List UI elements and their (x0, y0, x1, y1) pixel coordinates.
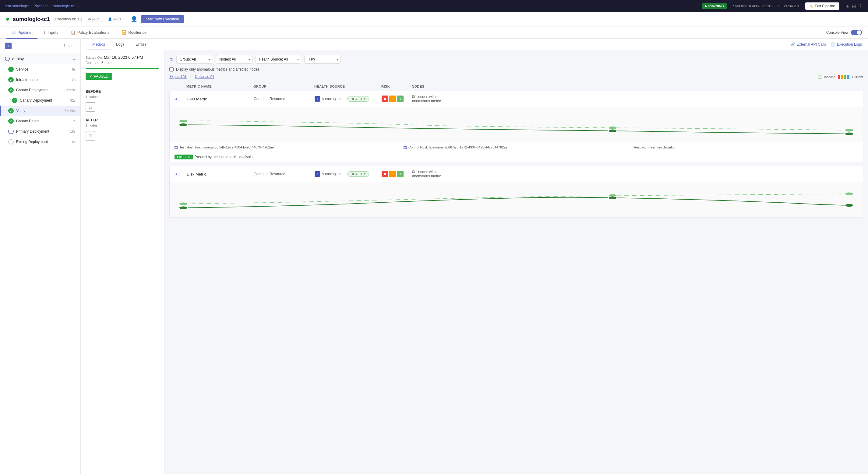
svg-point-1 (179, 123, 188, 126)
execution-logs-link[interactable]: 📄 Execution Logs (831, 42, 862, 46)
main-layout: + 1 stage deploy ▲ ✓ Service 8s ✓ Infras… (0, 39, 868, 474)
edit-pipeline-button[interactable]: Edit Pipeline (805, 2, 839, 10)
legend-green (844, 75, 846, 79)
sub-tab-errors[interactable]: Errors (130, 39, 152, 50)
step-icon-canary-deploy2: ✓ (12, 98, 18, 103)
duration-value: Duration: 5 mins (86, 61, 159, 65)
svg-point-3 (608, 129, 617, 132)
min-deviation-entry: (Host with minimum deviation) (632, 145, 858, 149)
console-toggle-switch[interactable] (851, 30, 862, 35)
stage-name-deploy: deploy (5, 56, 24, 61)
group-select[interactable]: Group: All (176, 55, 213, 64)
legend-baseline: Baseline (818, 75, 835, 79)
sub-tab-logs[interactable]: Logs (111, 39, 130, 50)
tab-inputs[interactable]: ⤵ Inputs (37, 27, 64, 39)
tab-pipeline[interactable]: ⬡ Pipeline (6, 27, 37, 39)
expand-links: Expand All | Collapse All (169, 74, 214, 79)
metric-card-disk: ▲ Disk Metric Compute Resource S sumolog… (169, 166, 863, 217)
step-icon-primary-deploy (8, 129, 14, 134)
step-primary-deployment[interactable]: Primary Deployment 18s (0, 126, 81, 137)
step-verify[interactable]: ✓ Verify 8m 20s (0, 106, 81, 116)
pipeline-title: sumologic-tc1 (13, 16, 50, 23)
legend-orange (841, 75, 843, 79)
after-section: AFTER 1 nodes □ (86, 118, 159, 141)
stage-chevron-icon: ▲ (72, 57, 75, 61)
grid-icon[interactable]: ⊞ (845, 3, 849, 9)
stage-header-deploy[interactable]: deploy ▲ (0, 53, 81, 64)
main-tab-bar: ⬡ Pipeline ⤵ Inputs 📋 Policy Evaluations… (0, 27, 868, 39)
top-navigation: srm-sumologic › Pipelines › sumologic-tc… (0, 0, 868, 12)
cpu-passed-row: PASSED Passed by the Harness ML analysis (169, 152, 863, 162)
step-infrastructure[interactable]: ✓ Infrastructure 2s (0, 74, 81, 85)
breadcrumb-pipeline-name[interactable]: sumologic-tc1 (53, 4, 76, 8)
cpu-host-info: Test Host: hostname.ab667afb-1972-4304-b… (169, 142, 863, 152)
start-new-execution-button[interactable]: Start New Execution (141, 15, 184, 23)
nodes-select-wrapper: Nodes: All (216, 55, 252, 64)
toggle-thumb (857, 30, 861, 35)
disk-healthy-badge: HEALTHY (347, 171, 369, 177)
add-stage-button[interactable]: + (5, 43, 11, 49)
cpu-risk-badges: 0 0 1 (382, 96, 412, 102)
raw-select-wrapper: Raw (304, 55, 341, 64)
disk-risk-green: 1 (397, 171, 404, 177)
health-source-select[interactable]: Health Source: All (255, 55, 301, 64)
anomalous-checkbox[interactable] (169, 67, 174, 71)
cpu-health-source: S sumologic m... HEALTHY (315, 96, 382, 102)
layout-icon[interactable]: ⊟ (852, 3, 856, 9)
top-icon-group: ⊞ ⊟ ⋮ (845, 3, 863, 9)
step-service[interactable]: ✓ Service 8s (0, 64, 81, 74)
start-time: Start time 16/03/2023 18:56:27 (733, 4, 779, 8)
svg-point-10 (845, 192, 854, 195)
cpu-expand-icon[interactable]: ▲ (175, 97, 187, 101)
collapse-all-link[interactable]: Collapse All (195, 74, 214, 79)
col-health-source: HEALTH SOURCE (314, 84, 381, 88)
disk-metric-group: Compute Resource (254, 172, 315, 176)
disk-expand-icon[interactable]: ▲ (175, 172, 187, 176)
disk-risk-orange: 0 (389, 171, 396, 177)
tab-policy-evaluations[interactable]: 📋 Policy Evaluations (65, 27, 116, 39)
step-icon-canary-delete: ✓ (8, 118, 14, 124)
pipeline-sidebar: + 1 stage deploy ▲ ✓ Service 8s ✓ Infras… (0, 39, 81, 474)
content-body: Started On: Mar 16, 2023 6:57 PM Duratio… (81, 50, 868, 474)
col-nodes: NODES (412, 84, 448, 88)
cpu-risk-orange: 0 (389, 96, 396, 102)
stage-count: 1 stage (64, 44, 75, 48)
external-api-icon: 🔗 (790, 42, 795, 46)
table-header: METRIC NAME GROUP HEALTH SOURCE RISK NOD… (169, 82, 863, 91)
health-source-select-wrapper: Health Source: All (255, 55, 301, 64)
step-canary-deployment-2[interactable]: ✓ Canary Deployment 32s (0, 95, 81, 106)
status-dot (6, 18, 9, 21)
cpu-risk-green: 1 (397, 96, 404, 102)
svg-point-0 (179, 120, 188, 123)
right-content: Metrics Logs Errors 🔗 External API Calls… (81, 39, 868, 474)
raw-select[interactable]: Raw (304, 55, 341, 64)
tag1: ⚙ sl-tc1 (86, 17, 102, 22)
legend-risk-boxes (838, 75, 849, 79)
nodes-select[interactable]: Nodes: All (216, 55, 252, 64)
breadcrumb-pipelines[interactable]: Pipelines (33, 4, 49, 8)
tag2: 👤 sl-tc1 (106, 17, 123, 22)
external-api-calls-link[interactable]: 🔗 External API Calls (790, 42, 826, 46)
cpu-healthy-badge: HEALTHY (347, 96, 369, 102)
cpu-metric-name: CPU Metric (187, 97, 254, 101)
group-select-wrapper: Group: All (176, 55, 213, 64)
policy-tab-icon: 📋 (71, 30, 75, 35)
svg-point-5 (845, 132, 854, 135)
legend-red (838, 75, 840, 79)
sub-tab-metrics[interactable]: Metrics (87, 39, 111, 50)
user-icon: 👤 (131, 16, 137, 23)
svg-point-2 (608, 126, 617, 129)
step-rolling-deployment[interactable]: Rolling Deployment 18s (0, 137, 81, 147)
tab-resilience[interactable]: 🔁 Resilience (116, 27, 153, 39)
breadcrumb-srm[interactable]: srm-sumologic (5, 4, 29, 8)
filter-icon: ⚗ (169, 57, 173, 62)
cpu-risk-red: 0 (382, 96, 388, 102)
legend: Baseline Current (818, 75, 863, 79)
more-icon[interactable]: ⋮ (858, 3, 863, 9)
expand-all-link[interactable]: Expand All (169, 74, 187, 79)
before-section: BEFORE 1 nodes □ (86, 90, 159, 112)
control-host-entry: Control Host: hostname.ab667afb-1972-430… (404, 145, 629, 149)
step-canary-deployment[interactable]: ✓ Canary Deployment 8m 59s (0, 85, 81, 95)
cpu-chart (175, 112, 858, 136)
step-canary-delete[interactable]: ✓ Canary Delete 7s (0, 116, 81, 126)
